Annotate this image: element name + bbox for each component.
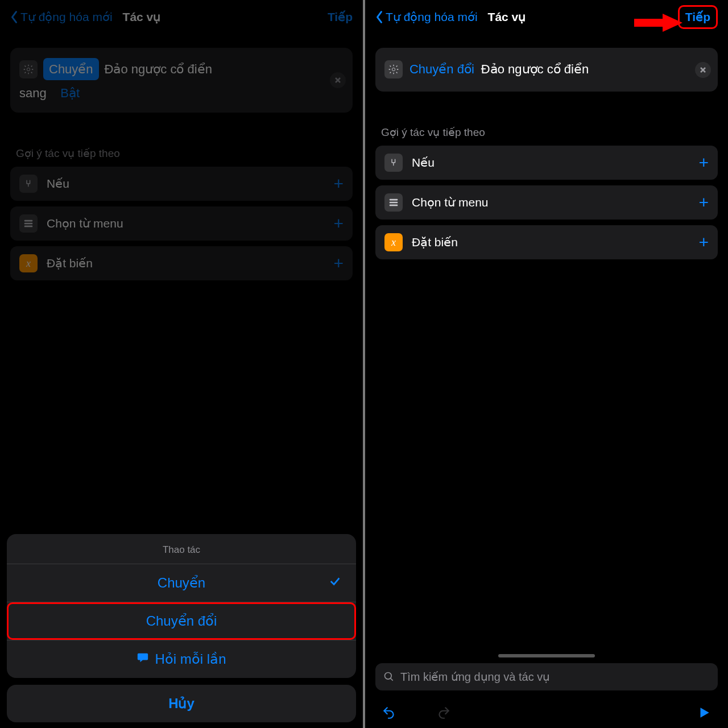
nav-title: Tác vụ — [488, 10, 526, 24]
undo-icon — [382, 705, 396, 720]
next-button[interactable]: Tiếp — [328, 10, 353, 24]
sheet-option-switch[interactable]: Chuyển — [7, 564, 356, 602]
suggestion-row[interactable]: ⑂ Nếu + — [375, 146, 718, 180]
right-phone-frame: Tự động hóa mới Tác vụ Tiếp Chuyển đổi Đ… — [365, 0, 728, 728]
remove-action-button[interactable] — [695, 62, 711, 78]
suggestion-row[interactable]: x Đặt biến + — [375, 225, 718, 259]
search-placeholder: Tìm kiếm ứng dụng và tác vụ — [400, 670, 550, 684]
sheet-option-ask[interactable]: Hỏi mỗi lần — [7, 640, 356, 678]
action-sheet: Thao tác Chuyển Chuyển đổi Hỏi mỗi lần — [0, 534, 363, 728]
search-field[interactable]: Tìm kiếm ứng dụng và tác vụ — [375, 663, 718, 690]
back-button[interactable]: Tự động hóa mới — [375, 10, 478, 24]
close-icon — [334, 77, 341, 84]
suggestions-list: ⑂ Nếu + Chọn từ menu + x Đặt biến + — [10, 167, 353, 280]
checkmark-icon — [329, 575, 341, 591]
suggestion-label: Đặt biến — [47, 257, 333, 270]
menu-icon — [384, 193, 403, 212]
action-value-link[interactable]: Bật — [60, 86, 80, 100]
sheet-option-toggle[interactable]: Chuyển đổi — [7, 602, 356, 640]
variable-icon: x — [384, 233, 403, 251]
plus-icon: + — [333, 215, 344, 232]
action-card[interactable]: Chuyển đổi Đảo ngược cổ điển — [375, 48, 718, 92]
svg-rect-9 — [390, 205, 398, 206]
redo-icon — [436, 705, 451, 720]
suggestion-row[interactable]: ⑂ Nếu + — [10, 167, 353, 201]
suggestions-list: ⑂ Nếu + Chọn từ menu + x Đặt biến + — [375, 146, 718, 259]
suggestion-row[interactable]: Chọn từ menu + — [375, 185, 718, 220]
if-icon: ⑂ — [384, 154, 403, 172]
suggestions-header: Gợi ý tác vụ tiếp theo — [16, 147, 347, 160]
svg-rect-1 — [24, 220, 32, 222]
nav-title: Tác vụ — [123, 10, 161, 24]
undo-button[interactable] — [379, 702, 399, 723]
annotation-arrow-icon — [634, 11, 682, 34]
next-button[interactable]: Tiếp — [678, 5, 718, 29]
back-label: Tự động hóa mới — [20, 10, 113, 24]
action-token-link[interactable]: Chuyển đổi — [410, 59, 474, 79]
svg-rect-8 — [390, 202, 398, 204]
svg-rect-3 — [24, 226, 32, 228]
svg-line-11 — [390, 679, 392, 681]
next-label: Tiếp — [685, 10, 710, 23]
suggestion-label: Chọn từ menu — [412, 196, 698, 209]
suggestion-row[interactable]: Chọn từ menu + — [10, 206, 353, 241]
back-label: Tự động hóa mới — [386, 10, 478, 24]
suggestion-label: Chọn từ menu — [47, 217, 333, 230]
search-icon — [383, 671, 395, 682]
variable-icon: x — [19, 254, 38, 272]
chevron-left-icon — [375, 10, 383, 24]
back-button[interactable]: Tự động hóa mới — [10, 10, 113, 24]
gear-icon — [19, 60, 38, 78]
svg-point-10 — [384, 673, 391, 680]
remove-action-button[interactable] — [330, 72, 346, 88]
suggestion-label: Đặt biến — [412, 235, 698, 249]
sheet-option-label: Chuyển đổi — [146, 613, 217, 629]
action-text-1: Đảo ngược cổ điển — [105, 60, 212, 78]
sheet-option-label: Hỏi mỗi lần — [155, 651, 226, 667]
action-chip[interactable]: Chuyển — [43, 58, 99, 80]
left-phone-frame: Tự động hóa mới Tác vụ Tiếp Chuyển Đảo n… — [0, 0, 363, 728]
plus-icon: + — [698, 194, 709, 211]
action-card[interactable]: Chuyển Đảo ngược cổ điển sang Bật — [10, 48, 353, 113]
redo-button — [433, 702, 454, 723]
svg-rect-2 — [24, 223, 32, 225]
svg-marker-5 — [663, 14, 682, 32]
sheet-cancel-button[interactable]: Hủy — [7, 685, 356, 722]
run-button[interactable] — [694, 702, 714, 723]
plus-icon: + — [333, 255, 344, 272]
plus-icon: + — [333, 175, 344, 192]
close-icon — [700, 67, 706, 73]
suggestion-label: Nếu — [47, 177, 333, 191]
menu-icon — [19, 214, 38, 233]
svg-point-6 — [392, 68, 395, 71]
home-indicator — [498, 654, 595, 657]
suggestion-row[interactable]: x Đặt biến + — [10, 246, 353, 280]
action-text: Đảo ngược cổ điển — [481, 59, 589, 79]
dimmed-content: Tự động hóa mới Tác vụ Tiếp Chuyển Đảo n… — [0, 0, 363, 280]
chevron-left-icon — [10, 10, 18, 24]
plus-icon: + — [698, 234, 709, 251]
bottom-toolbar — [365, 697, 728, 728]
plus-icon: + — [698, 154, 709, 171]
action-text-2: sang — [19, 86, 47, 100]
sheet-option-label: Chuyển — [158, 575, 205, 591]
gear-icon — [384, 60, 403, 78]
bottom-area: Tìm kiếm ứng dụng và tác vụ — [365, 654, 728, 728]
message-icon — [136, 651, 149, 667]
svg-rect-7 — [390, 199, 398, 201]
svg-point-0 — [27, 68, 30, 71]
suggestions-header: Gợi ý tác vụ tiếp theo — [381, 126, 712, 139]
cancel-label: Hủy — [168, 696, 195, 712]
suggestion-label: Nếu — [412, 156, 698, 169]
nav-bar: Tự động hóa mới Tác vụ Tiếp — [0, 0, 363, 34]
if-icon: ⑂ — [19, 175, 38, 193]
play-icon — [697, 705, 712, 720]
sheet-title: Thao tác — [7, 534, 356, 564]
